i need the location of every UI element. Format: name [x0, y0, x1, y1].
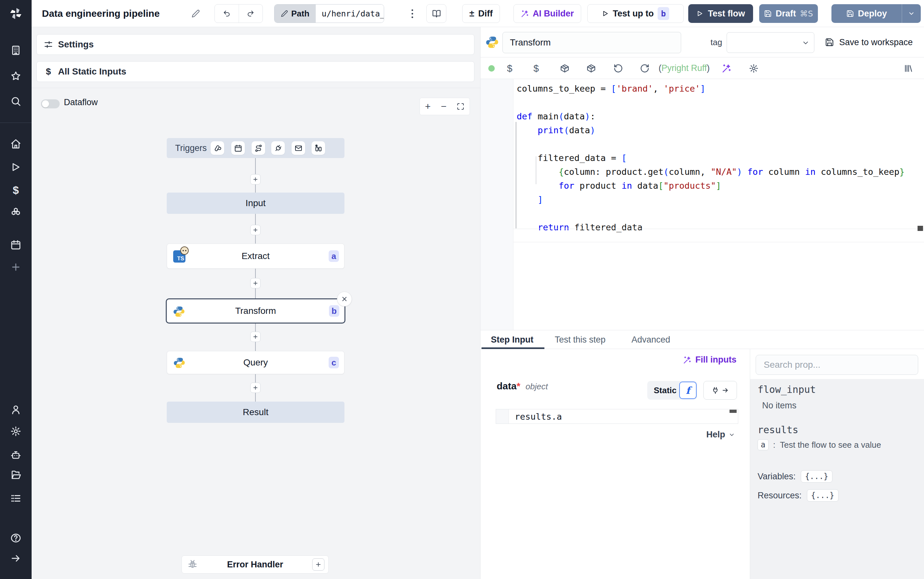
windmill-logo-icon[interactable]: [0, 0, 32, 27]
ai-generate-wand-icon[interactable]: [722, 57, 731, 79]
result-item-row: a : Test the flow to see a value: [757, 439, 881, 450]
audit-logs-icon[interactable]: [0, 493, 32, 504]
code-editor[interactable]: columns_to_keep = ['brand', 'price'] def…: [480, 79, 924, 330]
results-section-title[interactable]: results: [757, 424, 798, 435]
help-icon[interactable]: [0, 533, 32, 543]
expression-editor[interactable]: results.a: [496, 409, 738, 424]
insert-step-button[interactable]: [250, 383, 261, 393]
argument-type: object: [526, 381, 548, 392]
deploy-button[interactable]: Deploy: [831, 4, 921, 23]
undo-button[interactable]: [215, 5, 239, 23]
insert-step-button[interactable]: [250, 225, 261, 235]
flow-input-empty-text: No items: [762, 401, 797, 411]
fit-view-button[interactable]: [457, 103, 464, 110]
tab-advanced[interactable]: Advanced: [632, 330, 670, 349]
help-dropdown[interactable]: Help: [706, 430, 735, 440]
tab-test-this-step[interactable]: Test this step: [555, 330, 606, 349]
more-options-kebab-icon[interactable]: [406, 7, 419, 20]
code-lines: columns_to_keep = ['brand', 'price'] def…: [513, 82, 924, 234]
package-icon[interactable]: [586, 57, 596, 79]
sidebar: $: [0, 0, 32, 579]
flow-canvas-panel: Settings $All Static Inputs Dataflow + −…: [32, 27, 480, 579]
ai-builder-button[interactable]: AI Builder: [513, 4, 581, 23]
zoom-out-button[interactable]: −: [441, 101, 447, 111]
path-edit-segment[interactable]: Path: [274, 5, 316, 23]
redo-button[interactable]: [239, 5, 263, 23]
editor-settings-gear-icon[interactable]: [749, 57, 759, 79]
argument-row: data*object: [497, 381, 548, 392]
step-name-input[interactable]: [503, 32, 681, 53]
resource-picker-icon[interactable]: $: [534, 57, 539, 79]
draft-button[interactable]: Draft⌘S: [759, 4, 818, 23]
insert-step-button[interactable]: [250, 278, 261, 288]
flow-input-section-title[interactable]: flow_input: [757, 384, 816, 395]
dataflow-label: Dataflow: [64, 97, 98, 107]
fill-inputs-label: Fill inputs: [695, 355, 736, 365]
test-up-to-button[interactable]: Test up tob: [587, 4, 684, 23]
insert-step-button[interactable]: [250, 332, 261, 342]
add-plus-icon[interactable]: [0, 262, 32, 273]
connect-input-button[interactable]: [704, 381, 737, 400]
edit-title-pencil-icon[interactable]: [191, 9, 200, 18]
http-route-trigger-icon[interactable]: [251, 141, 265, 155]
save-to-workspace-button[interactable]: Save to workspace: [825, 27, 913, 57]
webhook-trigger-icon[interactable]: [211, 141, 224, 155]
all-static-inputs-button[interactable]: $All Static Inputs: [36, 61, 474, 82]
folders-icon[interactable]: [0, 469, 32, 480]
insert-step-button[interactable]: [250, 174, 261, 185]
workspace-icon[interactable]: [0, 45, 32, 56]
test-up-to-step-badge[interactable]: b: [658, 7, 669, 20]
javascript-expr-toggle[interactable]: f: [679, 381, 697, 399]
variables-dollar-icon[interactable]: $: [0, 184, 32, 196]
scheduled-poll-trigger-icon[interactable]: [312, 141, 325, 155]
triggers-node[interactable]: Triggers: [167, 138, 344, 158]
delete-step-close-icon[interactable]: [337, 291, 352, 306]
resources-cubes-icon[interactable]: [0, 207, 32, 218]
lint-status-label: (Pyright Ruff): [659, 57, 710, 79]
error-handler-node[interactable]: Error Handler: [181, 556, 329, 574]
help-label: Help: [706, 430, 725, 440]
result-key-badge[interactable]: a: [757, 439, 769, 450]
tab-step-input[interactable]: Step Input: [491, 330, 534, 349]
user-icon[interactable]: [0, 404, 32, 415]
test-flow-button[interactable]: Test flow: [688, 4, 753, 23]
flow-settings-button[interactable]: Settings: [36, 34, 474, 55]
editor-scrollbar-thumb[interactable]: [917, 226, 923, 231]
schedule-trigger-icon[interactable]: [231, 141, 245, 155]
docs-book-button[interactable]: [426, 4, 446, 23]
runs-play-icon[interactable]: [0, 162, 32, 173]
reload-icon[interactable]: [640, 57, 650, 79]
schedules-calendar-icon[interactable]: [0, 239, 32, 250]
flow-edge: [255, 235, 256, 244]
dataflow-toggle[interactable]: [41, 99, 60, 108]
variable-picker-icon[interactable]: $: [507, 57, 513, 79]
input-node[interactable]: Input: [167, 193, 344, 214]
path-chip[interactable]: Path u/henri/data_: [274, 4, 384, 23]
tag-select[interactable]: [726, 32, 815, 53]
favorites-star-icon[interactable]: [0, 70, 32, 82]
variables-chip[interactable]: {...}: [801, 470, 833, 483]
reset-icon[interactable]: [614, 57, 623, 79]
email-trigger-icon[interactable]: [292, 141, 305, 155]
home-icon[interactable]: [0, 138, 32, 149]
play-icon: [602, 10, 609, 17]
library-panel-icon[interactable]: [903, 57, 913, 79]
add-error-handler-button[interactable]: [312, 558, 325, 571]
fill-inputs-button[interactable]: Fill inputs: [683, 355, 736, 365]
websocket-trigger-icon[interactable]: [271, 141, 285, 155]
deploy-dropdown-chevron-icon[interactable]: [902, 10, 921, 17]
extract-node[interactable]: TS Extract a: [167, 244, 344, 269]
book-icon: [432, 9, 441, 18]
diff-button[interactable]: ±Diff: [462, 4, 500, 23]
settings-gear-icon[interactable]: [0, 426, 32, 437]
resources-chip[interactable]: {...}: [807, 489, 839, 502]
query-node[interactable]: Query c: [167, 351, 344, 374]
search-prop-input[interactable]: [756, 355, 918, 375]
zoom-in-button[interactable]: +: [425, 101, 431, 111]
package-icon[interactable]: [560, 57, 570, 79]
search-icon[interactable]: [0, 96, 32, 107]
transform-node-selected[interactable]: Transform b: [166, 298, 345, 324]
result-node[interactable]: Result: [167, 402, 344, 423]
collapse-sidebar-icon[interactable]: [0, 553, 32, 564]
ai-robot-icon[interactable]: [0, 450, 32, 461]
